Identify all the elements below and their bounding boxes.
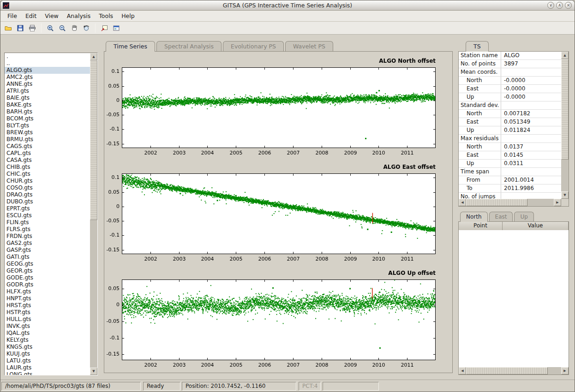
file-item[interactable]: BCOM.gts [5, 115, 90, 122]
scroll-down-icon[interactable]: ▼ [561, 191, 569, 199]
info-vertical-scrollbar[interactable]: ▲ ▼ [561, 52, 569, 199]
title-bar[interactable]: GITSA (GPS Interactive Time Series Analy… [0, 0, 575, 11]
rotate-3d-button[interactable] [81, 23, 92, 34]
close-button[interactable]: × [565, 2, 572, 9]
file-item[interactable]: BAKE.gts [5, 101, 90, 108]
file-item[interactable]: ATRI.gts [5, 88, 90, 95]
file-item[interactable]: ALGO.gts [5, 67, 90, 74]
menu-item-file[interactable]: File [3, 11, 21, 21]
scrollbar-track[interactable] [466, 367, 561, 374]
zoom-out-button[interactable] [57, 23, 68, 34]
tab-east[interactable]: East [489, 212, 513, 221]
scroll-down-icon[interactable]: ▼ [90, 368, 97, 375]
info-horizontal-scrollbar[interactable]: ◀ ▶ [459, 199, 561, 206]
file-item[interactable]: GATI.gts [5, 254, 90, 261]
file-item[interactable]: BAIE.gts [5, 95, 90, 101]
file-item[interactable]: GODR.gts [5, 281, 90, 288]
file-item[interactable]: CAPL.gts [5, 150, 90, 157]
menu-item-help[interactable]: Help [117, 11, 139, 21]
scroll-right-icon[interactable]: ▶ [554, 199, 561, 206]
file-item[interactable]: . [5, 53, 90, 60]
file-item[interactable]: HLFX.gts [5, 288, 90, 295]
residual-horizontal-scrollbar[interactable]: ◀ ▶ [459, 367, 569, 374]
scrollbar-thumb[interactable] [466, 367, 548, 374]
menu-item-edit[interactable]: Edit [21, 11, 41, 21]
scrollbar-track[interactable] [466, 199, 554, 206]
file-item[interactable]: ESCU.gts [5, 212, 90, 219]
file-item[interactable]: HNPT.gts [5, 295, 90, 302]
minimize-button[interactable]: ∨ [547, 2, 554, 9]
scroll-right-icon[interactable]: ▶ [561, 367, 569, 374]
menu-item-tools[interactable]: Tools [95, 11, 117, 21]
file-item[interactable]: KELY.gts [5, 337, 90, 344]
data-cursor-button[interactable] [99, 23, 110, 34]
tab-north[interactable]: North [460, 212, 488, 222]
file-item[interactable]: IQAL.gts [5, 330, 90, 337]
maximize-button[interactable]: ∧ [556, 2, 563, 9]
open-button[interactable] [3, 23, 14, 34]
north-offset-plot[interactable] [104, 53, 452, 160]
file-item[interactable]: CAGS.gts [5, 143, 90, 150]
file-item[interactable]: AMC2.gts [5, 74, 90, 81]
scrollbar-track[interactable] [561, 59, 569, 191]
file-item[interactable]: KNGS.gts [5, 344, 90, 350]
scroll-left-icon[interactable]: ◀ [459, 199, 466, 206]
scrollbar-thumb[interactable] [90, 60, 97, 220]
file-list-scrollbar[interactable]: ▲ ▼ [90, 53, 97, 375]
tab-up[interactable]: Up [514, 212, 533, 221]
tab-spectral-analysis[interactable]: Spectral Analysis [156, 41, 222, 51]
tab-evolutionary-ps[interactable]: Evolutionary PS [223, 41, 284, 51]
pan-button[interactable] [69, 23, 80, 34]
zoom-in-button[interactable] [45, 23, 56, 34]
file-item[interactable]: INVK.gts [5, 323, 90, 330]
property-editor-button[interactable] [111, 23, 122, 34]
file-item[interactable]: .. [5, 60, 90, 67]
menu-item-analysis[interactable]: Analysis [63, 11, 95, 21]
tab-time-series[interactable]: Time Series [106, 41, 155, 52]
file-item[interactable]: HSTP.gts [5, 309, 90, 316]
file-item[interactable]: GEOR.gts [5, 267, 90, 274]
scrollbar-thumb[interactable] [466, 199, 527, 206]
tab-ts[interactable]: TS [466, 41, 489, 52]
scrollbar-track[interactable] [90, 60, 97, 368]
file-item[interactable]: GASP.gts [5, 247, 90, 254]
file-item[interactable]: BRMU.gts [5, 136, 90, 143]
file-item[interactable]: COSO.gts [5, 184, 90, 191]
file-item[interactable]: DUBO.gts [5, 198, 90, 205]
scrollbar-thumb[interactable] [561, 59, 569, 160]
info-value: 0.0137 [501, 143, 561, 151]
file-item[interactable]: BARH.gts [5, 108, 90, 115]
up-offset-plot[interactable] [104, 266, 452, 372]
data-cursor-icon [101, 24, 108, 32]
file-item[interactable]: GEOG.gts [5, 261, 90, 267]
print-button[interactable] [27, 23, 38, 34]
file-item[interactable]: LATU.gts [5, 357, 90, 364]
file-item[interactable]: HRST.gts [5, 302, 90, 309]
tab-wavelet-ps[interactable]: Wavelet PS [285, 41, 333, 51]
scroll-left-icon[interactable]: ◀ [459, 367, 466, 374]
file-item[interactable]: FRDN.gts [5, 233, 90, 240]
scroll-up-icon[interactable]: ▲ [561, 52, 569, 59]
scroll-up-icon[interactable]: ▲ [90, 53, 97, 60]
file-item[interactable]: GODE.gts [5, 274, 90, 281]
file-item[interactable]: CHUR.gts [5, 178, 90, 184]
file-item[interactable]: EPRT.gts [5, 205, 90, 212]
file-item[interactable]: HULL.gts [5, 316, 90, 323]
file-item[interactable]: LAUR.gts [5, 364, 90, 371]
file-item[interactable]: DRAO.gts [5, 191, 90, 198]
file-item[interactable]: KUUJ.gts [5, 350, 90, 357]
east-offset-plot[interactable] [104, 160, 452, 266]
file-item[interactable]: FLRS.gts [5, 226, 90, 233]
file-item[interactable]: CHIC.gts [5, 171, 90, 178]
file-item[interactable]: CHIB.gts [5, 164, 90, 171]
file-item[interactable]: ANNE.gts [5, 81, 90, 88]
file-item[interactable]: BLYT.gts [5, 122, 90, 129]
file-item[interactable]: CASA.gts [5, 157, 90, 164]
file-item[interactable]: FLIN.gts [5, 219, 90, 226]
residual-table-header: Point Value [459, 222, 569, 230]
save-button[interactable] [15, 23, 26, 34]
menu-item-view[interactable]: View [41, 11, 63, 21]
file-item[interactable]: LONG.gts [5, 371, 90, 375]
file-item[interactable]: GAS2.gts [5, 240, 90, 247]
file-item[interactable]: BREW.gts [5, 129, 90, 136]
